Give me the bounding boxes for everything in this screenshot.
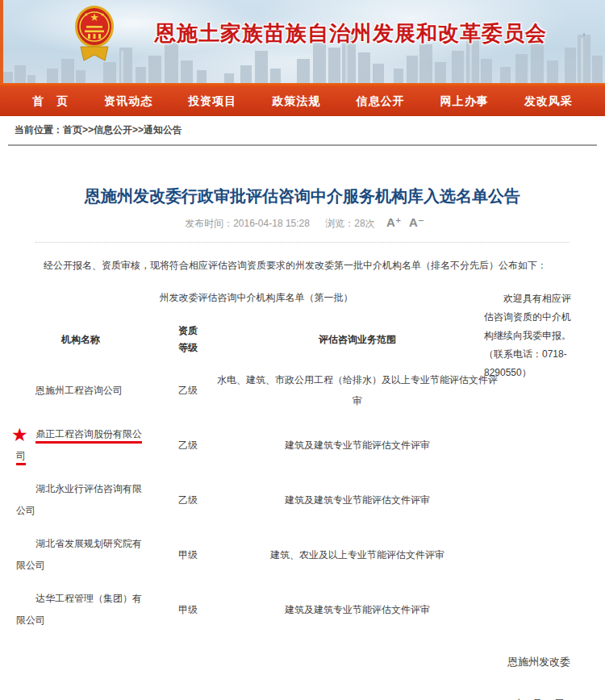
signature: 恩施州发改委: [0, 655, 605, 669]
nav-item-online[interactable]: 网上办事: [440, 94, 489, 109]
nav-item-policy[interactable]: 政策法规: [272, 94, 320, 109]
dotted-divider: [35, 242, 570, 243]
table-row: 湖北省发展规划研究院有限公司 甲级 建筑、农业及以上专业节能评估文件评审: [0, 527, 605, 582]
national-emblem-icon: ★ ★ ★: [74, 4, 115, 64]
agency-grade: 甲级: [174, 547, 202, 564]
nav-item-style[interactable]: 发改风采: [524, 94, 573, 109]
table-row: 湖北永业行评估咨询有限公司 乙级 建筑及建筑专业节能评估文件评审: [0, 473, 605, 527]
table-header-row: 机构名称 资质等级 评估咨询业务范围: [0, 316, 605, 363]
svg-text:★: ★: [90, 11, 99, 23]
breadcrumb: 当前位置：首页>>信息公开>>通知公告: [0, 116, 605, 144]
svg-text:★: ★: [84, 12, 88, 17]
nav-item-news[interactable]: 资讯动态: [104, 94, 152, 109]
agency-scope: 水电、建筑、市政公用工程（给排水）及以上专业节能评估文件评审: [216, 369, 499, 411]
font-increase-button[interactable]: A⁺: [386, 215, 402, 229]
agency-grade: 乙级: [174, 382, 202, 399]
agency-scope: 建筑及建筑专业节能评估文件评审: [216, 435, 499, 456]
document-date: 2016年4月18日: [0, 697, 605, 700]
breadcrumb-path[interactable]: 首页>>信息公开>>通知公告: [63, 124, 182, 135]
agency-grade: 乙级: [174, 437, 202, 454]
col-header-scope: 评估咨询业务范围: [216, 329, 499, 350]
svg-text:★: ★: [100, 12, 104, 17]
site-title: 恩施土家族苗族自治州发展和改革委员会: [155, 19, 574, 48]
lead-paragraph: 经公开报名、资质审核，现将符合相应评估咨询资质要求的州发改委第一批中介机构名单（…: [24, 257, 581, 273]
agency-name: 鼎正工程咨询股份有限公司: [16, 428, 142, 461]
breadcrumb-divider: [8, 144, 597, 146]
nav-item-home[interactable]: 首 页: [32, 94, 69, 109]
agency-scope: 建筑、农业及以上专业节能评估文件评审: [216, 544, 499, 565]
table-row-highlighted: ★ 鼎正工程咨询股份有限公司 乙级 建筑及建筑专业节能评估文件评审: [0, 418, 605, 473]
agency-grade: 乙级: [174, 492, 202, 509]
list-title: 州发改委评估咨询中介机构库名单（第一批）: [24, 291, 488, 305]
agency-name: 恩施州工程咨询公司: [16, 380, 145, 402]
agency-name: 湖北永业行评估咨询有限公司: [16, 478, 145, 522]
breadcrumb-label: 当前位置：: [15, 124, 63, 135]
list-section: 州发改委评估咨询中介机构库名单（第一批） 欢迎具有相应评估咨询资质的中介机构继续…: [0, 291, 605, 637]
publish-time: 发布时间：2016-04-18 15:28: [185, 218, 310, 229]
font-decrease-button[interactable]: A⁻: [409, 215, 424, 229]
agency-scope: 建筑及建筑专业节能评估文件评审: [216, 599, 499, 620]
page-title: 恩施州发改委行政审批评估咨询中介服务机构库入选名单公告: [36, 185, 569, 207]
col-header-name: 机构名称: [16, 329, 145, 351]
main-nav: 首 页 资讯动态 投资项目 政策法规 信息公开 网上办事 发改风采: [0, 87, 605, 116]
article-meta: 发布时间：2016-04-18 15:28 浏览：28次 A⁺ A⁻: [0, 215, 605, 231]
col-header-grade: 资质等级: [174, 323, 202, 356]
view-count: 浏览：28次: [325, 218, 374, 229]
table-row: 恩施州工程咨询公司 乙级 水电、建筑、市政公用工程（给排水）及以上专业节能评估文…: [0, 363, 605, 418]
article: 恩施州发改委行政审批评估咨询中介服务机构库入选名单公告 发布时间：2016-04…: [0, 185, 605, 700]
nav-item-info[interactable]: 信息公开: [357, 94, 405, 109]
site-banner: ★ ★ ★ 恩施土家族苗族自治州发展和改革委员会: [0, 0, 605, 83]
agency-table: 机构名称 资质等级 评估咨询业务范围 恩施州工程咨询公司 乙级 水电、建筑、市政…: [0, 316, 605, 637]
agency-name: 达华工程管理（集团）有限公司: [16, 588, 145, 631]
agency-scope: 建筑及建筑专业节能评估文件评审: [216, 490, 499, 510]
agency-name: 湖北省发展规划研究院有限公司: [16, 533, 145, 577]
table-row: 达华工程管理（集团）有限公司 甲级 建筑及建筑专业节能评估文件评审: [0, 582, 605, 637]
red-star-icon: ★: [11, 426, 28, 444]
nav-item-invest[interactable]: 投资项目: [188, 94, 236, 109]
agency-grade: 甲级: [174, 602, 202, 619]
